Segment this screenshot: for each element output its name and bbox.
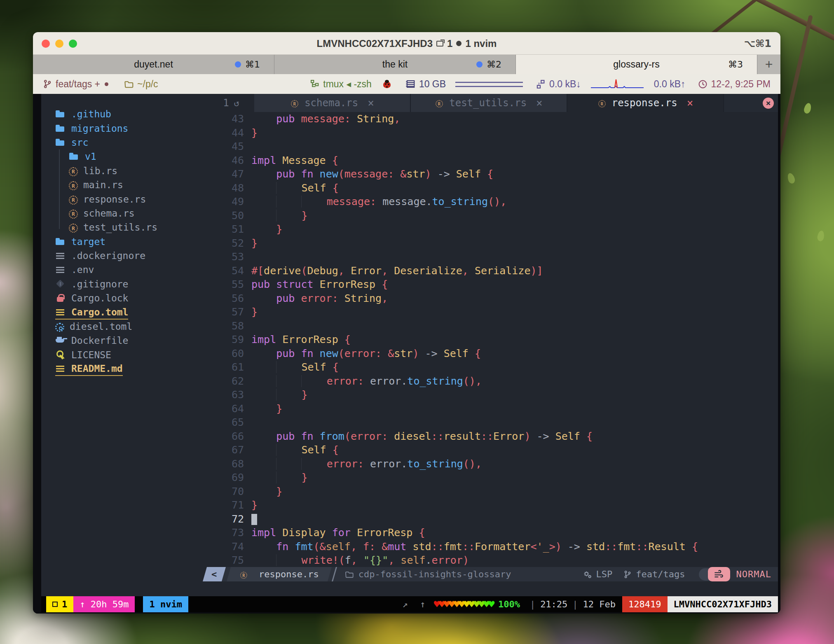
- window-title: LMVNHCC02X71XFJHD3 1 1 nvim: [33, 32, 780, 55]
- tree-item-inner: Dockerfile: [55, 334, 128, 348]
- tmux-time: 21:25: [540, 599, 567, 609]
- gears-icon: [583, 570, 592, 579]
- tab-shortcut-group: ⌘1: [235, 55, 260, 74]
- tree-item-LICENSE[interactable]: LICENSE: [41, 348, 208, 362]
- statusline-right: LSP feat/tags NORMAL: [583, 567, 778, 581]
- tree-item-migrations[interactable]: migrations: [41, 121, 208, 135]
- code-line-44[interactable]: 44}: [208, 126, 778, 140]
- tree-item-label: Cargo.lock: [71, 293, 128, 303]
- code-line-58[interactable]: 58: [208, 319, 778, 333]
- folder-icon: [345, 570, 354, 579]
- code-line-50[interactable]: 50 }: [208, 209, 778, 223]
- tree-item-diesel.toml[interactable]: diesel.toml: [41, 320, 208, 334]
- tree-item-inner: migrations: [55, 121, 128, 135]
- folder-icon: [69, 151, 80, 162]
- code-line-65[interactable]: 65: [208, 415, 778, 429]
- tree-item-label: .gitignore: [71, 279, 128, 289]
- tree-item-.gitignore[interactable]: .gitignore: [41, 277, 208, 291]
- tree-item-response.rs[interactable]: response.rs: [41, 192, 208, 206]
- buffer-tab-response.rs[interactable]: response.rs×: [567, 94, 724, 112]
- code-line-62[interactable]: 62 error: error.to_string(),: [208, 374, 778, 388]
- buffer-tab-test_utils.rs[interactable]: test_utils.rs×: [411, 94, 567, 112]
- network-spark: [590, 78, 646, 90]
- tree-item-label: schema.rs: [83, 208, 135, 219]
- session-label: tmux ◂ -zsh: [323, 79, 372, 90]
- code-editor[interactable]: 43 pub message: String,44}4546impl Messa…: [208, 112, 778, 567]
- code-text: }: [251, 403, 282, 415]
- tree-item-label: target: [71, 236, 105, 247]
- code-text: impl Message {: [251, 154, 338, 166]
- tab-the kit[interactable]: the kit⌘2: [274, 55, 516, 74]
- new-tab-button[interactable]: +: [757, 55, 780, 74]
- tree-item-.env[interactable]: .env: [41, 263, 208, 277]
- separator: |: [530, 599, 535, 609]
- code-line-46[interactable]: 46impl Message {: [208, 154, 778, 168]
- tmux-active-window[interactable]: 1 nvim: [143, 596, 188, 612]
- clock-icon: [698, 79, 707, 89]
- close-buffer-icon[interactable]: ×: [536, 97, 543, 109]
- code-line-45[interactable]: 45: [208, 140, 778, 154]
- code-line-54[interactable]: 54#[derive(Debug, Error, Deserialize, Se…: [208, 264, 778, 278]
- tree-item-target[interactable]: target: [41, 235, 208, 249]
- code-line-49[interactable]: 49 message: message.to_string(),: [208, 195, 778, 209]
- code-line-51[interactable]: 51 }: [208, 222, 778, 236]
- tree-item-src[interactable]: src: [41, 135, 208, 149]
- code-line-43[interactable]: 43 pub message: String,: [208, 112, 778, 126]
- code-line-48[interactable]: 48 Self {: [208, 181, 778, 195]
- code-line-59[interactable]: 59impl ErrorResp {: [208, 333, 778, 347]
- code-line-55[interactable]: 55pub struct ErrorResp {: [208, 278, 778, 292]
- code-line-70[interactable]: 70 }: [208, 485, 778, 499]
- tree-item-schema.rs[interactable]: schema.rs: [41, 206, 208, 220]
- code-line-60[interactable]: 60 pub fn new(error: &str) -> Self {: [208, 347, 778, 361]
- line-number: 52: [208, 237, 244, 249]
- tree-item-Dockerfile[interactable]: Dockerfile: [41, 334, 208, 348]
- code-line-63[interactable]: 63 }: [208, 388, 778, 402]
- code-text: }: [251, 237, 258, 249]
- code-line-53[interactable]: 53: [208, 250, 778, 264]
- code-line-56[interactable]: 56 pub error: String,: [208, 292, 778, 306]
- code-line-71[interactable]: 71}: [208, 498, 778, 512]
- tree-item-.github[interactable]: .github: [41, 107, 208, 121]
- code-line-74[interactable]: 74 fn fmt(&self, f: &mut std::fmt::Forma…: [208, 540, 778, 554]
- command-line[interactable]: [41, 581, 778, 596]
- code-line-68[interactable]: 68 error: error.to_string(),: [208, 457, 778, 471]
- code-line-67[interactable]: 67 Self {: [208, 443, 778, 457]
- tree-item-lib.rs[interactable]: lib.rs: [41, 164, 208, 178]
- code-line-61[interactable]: 61 Self {: [208, 360, 778, 374]
- code-line-75[interactable]: 75 write!(f, "{}", self.error): [208, 553, 778, 567]
- close-buffer-icon[interactable]: ×: [687, 97, 693, 109]
- tree-item-main.rs[interactable]: main.rs: [41, 178, 208, 192]
- code-line-72[interactable]: 72: [208, 512, 778, 526]
- buffer-tab-schema.rs[interactable]: schema.rs×: [254, 94, 411, 112]
- tree-item-Cargo.toml[interactable]: Cargo.toml: [41, 305, 208, 319]
- tree-item-test_utils.rs[interactable]: test_utils.rs: [41, 220, 208, 234]
- tree-item-v1[interactable]: v1: [41, 149, 208, 163]
- code-line-69[interactable]: 69 }: [208, 471, 778, 485]
- code-text: pub message: String,: [251, 113, 400, 125]
- file-tree-panel[interactable]: .githubmigrationssrcv1lib.rsmain.rsrespo…: [41, 94, 208, 581]
- tab-duyet.net[interactable]: duyet.net⌘1: [33, 55, 274, 74]
- code-line-64[interactable]: 64 }: [208, 402, 778, 416]
- code-line-52[interactable]: 52}: [208, 236, 778, 250]
- close-all-buffers-button[interactable]: ×: [763, 98, 774, 109]
- line-number: 61: [208, 361, 244, 373]
- activity-dot-icon: [235, 61, 241, 68]
- statusline-left-marker[interactable]: <: [203, 567, 226, 581]
- tab-glossary-rs[interactable]: glossary-rs⌘3: [516, 55, 757, 74]
- tabline-pane-number: 1: [223, 97, 229, 109]
- close-buffer-icon[interactable]: ×: [368, 97, 374, 109]
- statusline-project: cdp-fossil-insights-glossary: [345, 569, 511, 579]
- tmux-window-index[interactable]: 1: [46, 596, 73, 612]
- code-line-66[interactable]: 66 pub fn from(error: diesel::result::Er…: [208, 429, 778, 443]
- window-titlebar[interactable]: LMVNHCC02X71XFJHD3 1 1 nvim ⌥⌘1: [33, 32, 780, 55]
- code-line-57[interactable]: 57}: [208, 305, 778, 319]
- code-line-47[interactable]: 47 pub fn new(message: &str) -> Self {: [208, 167, 778, 181]
- tree-item-.dockerignore[interactable]: .dockerignore: [41, 249, 208, 263]
- tree-item-Cargo.lock[interactable]: Cargo.lock: [41, 291, 208, 305]
- code-line-73[interactable]: 73impl Display for ErrorResp {: [208, 526, 778, 540]
- text-cursor: [251, 514, 257, 525]
- tab-shortcut: ⌘3: [728, 59, 743, 70]
- buffer-tabline: 1 ↺ schema.rs×test_utils.rs×response.rs×…: [208, 94, 778, 112]
- tree-item-README.md[interactable]: README.md: [41, 362, 208, 376]
- network-arrows: ↗ ↑: [402, 599, 429, 609]
